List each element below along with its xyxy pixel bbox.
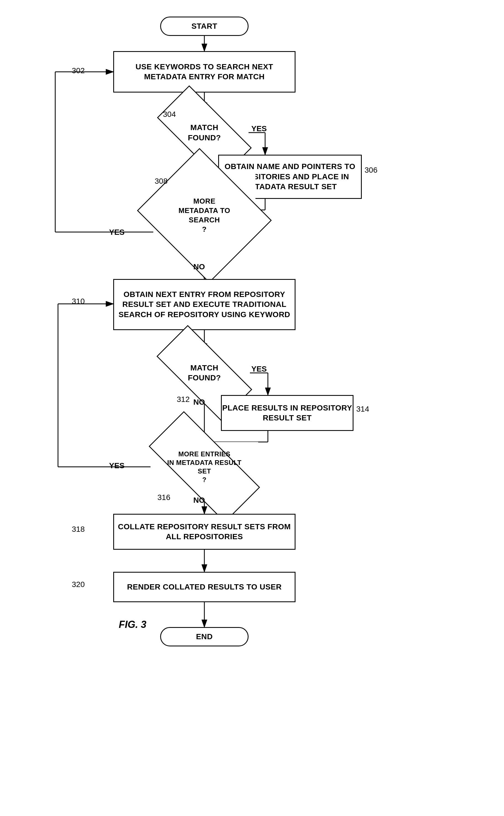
block-310-label: OBTAIN NEXT ENTRY FROM REPOSITORY RESULT… (114, 289, 295, 320)
ref-316: 316 (157, 493, 170, 502)
yes-312: YES (251, 365, 267, 373)
fig-label: FIG. 3 (119, 619, 146, 630)
yes-316: YES (109, 461, 125, 470)
start-label: START (191, 21, 217, 31)
yes-304: YES (251, 124, 267, 133)
diamond-316-label: MORE ENTRIESIN METADATA RESULTSET? (161, 450, 247, 484)
block-320: RENDER COLLATED RESULTS TO USER (113, 572, 295, 602)
ref-310: 310 (72, 297, 85, 306)
no-312: NO (193, 398, 205, 407)
yes-308: YES (109, 228, 125, 237)
block-310: OBTAIN NEXT ENTRY FROM REPOSITORY RESULT… (113, 279, 295, 330)
block-318-label: COLLATE REPOSITORY RESULT SETS FROM ALL … (114, 522, 295, 542)
ref-314: 314 (356, 405, 369, 414)
end-label: END (196, 632, 213, 642)
diamond-316: MORE ENTRIESIN METADATA RESULTSET? (151, 442, 258, 492)
no-316: NO (193, 496, 205, 505)
ref-312: 312 (177, 395, 190, 404)
block-318: COLLATE REPOSITORY RESULT SETS FROM ALL … (113, 514, 295, 550)
ref-318: 318 (72, 525, 85, 534)
diamond-308: MOREMETADATA TOSEARCH? (153, 171, 255, 260)
diamond-312: MATCHFOUND? (159, 351, 250, 395)
block-314-label: PLACE RESULTS IN REPOSITORY RESULT SET (222, 403, 353, 423)
ref-320: 320 (72, 580, 85, 589)
ref-304: 304 (163, 110, 176, 119)
ref-302: 302 (72, 66, 85, 75)
end-node: END (160, 627, 249, 646)
diagram-container: START USE KEYWORDS TO SEARCH NEXT METADA… (0, 0, 504, 816)
diamond-308-label: MOREMETADATA TOSEARCH? (163, 197, 245, 234)
block-314: PLACE RESULTS IN REPOSITORY RESULT SET (221, 395, 353, 431)
ref-308: 308 (155, 177, 168, 186)
diamond-304-label: MATCHFOUND? (169, 123, 240, 143)
block-320-label: RENDER COLLATED RESULTS TO USER (127, 582, 282, 592)
block-302-label: USE KEYWORDS TO SEARCH NEXT METADATA ENT… (114, 62, 295, 82)
ref-306: 306 (365, 166, 378, 175)
start-node: START (160, 17, 249, 36)
diamond-312-label: MATCHFOUND? (168, 363, 241, 383)
no-308: NO (193, 262, 205, 271)
block-302: USE KEYWORDS TO SEARCH NEXT METADATA ENT… (113, 51, 295, 93)
